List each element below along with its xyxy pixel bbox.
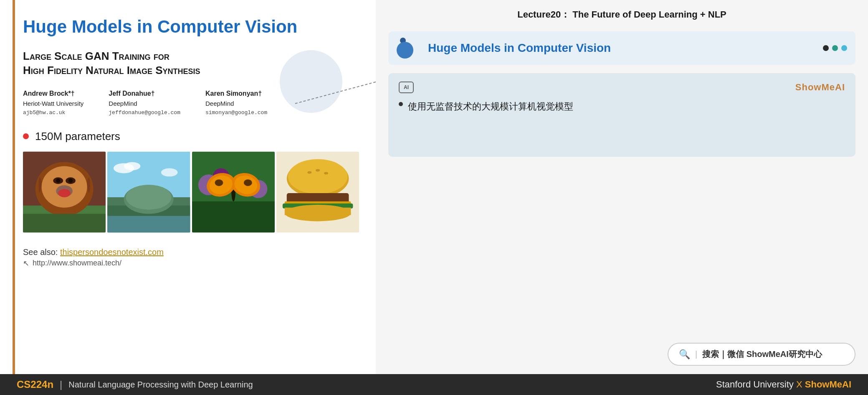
author-affiliation-2: DeepMind xyxy=(109,99,180,109)
dot-teal xyxy=(832,45,838,51)
right-panel: Lecture20： The Future of Deep Learning +… xyxy=(376,0,868,374)
lecture-title: Lecture20： The Future of Deep Learning +… xyxy=(388,8,855,21)
search-bar[interactable]: 🔍 | 搜索｜微信 ShowMeAI研究中心 xyxy=(668,343,855,366)
author-affiliation-3: DeepMind xyxy=(205,99,267,109)
paper-title-line2: High Fidelity Natural Image Synthesis xyxy=(23,64,200,76)
dot-blue xyxy=(841,45,847,51)
showmeai-footer-text: ShowMeAI xyxy=(805,379,851,390)
svg-point-6 xyxy=(56,178,60,183)
slide-header-card: Huge Models in Computer Vision xyxy=(388,31,855,65)
cursor-icon: ↖ xyxy=(23,259,29,268)
svg-point-18 xyxy=(161,168,178,176)
see-also-section: See also: thispersondoesnotexist.com xyxy=(23,247,359,257)
svg-point-31 xyxy=(243,179,252,186)
paper-title-line1: Large Scale GAN Training for xyxy=(23,50,170,62)
image-burger xyxy=(276,151,359,233)
svg-point-17 xyxy=(124,162,141,171)
note-brand: ShowMeAI xyxy=(795,82,845,93)
search-text: 搜索｜微信 ShowMeAI研究中心 xyxy=(702,349,822,360)
svg-point-37 xyxy=(324,172,328,174)
note-bullet-text: 使用无监督技术的大规模计算机视觉模型 xyxy=(408,99,573,113)
svg-point-30 xyxy=(215,179,223,186)
bullet-params-text: 150M parameters xyxy=(35,130,120,143)
image-landscape xyxy=(107,151,190,233)
slide-icon-group xyxy=(397,38,422,59)
see-also-link[interactable]: thispersondoesnotexist.com xyxy=(60,247,164,257)
bottom-separator: | xyxy=(60,379,62,390)
author-affiliation-1: Heriot-Watt University xyxy=(23,99,84,109)
author-name-2: Jeff Donahue† xyxy=(109,88,180,99)
svg-point-36 xyxy=(316,169,320,171)
red-bullet-dot xyxy=(23,133,29,139)
search-divider: | xyxy=(695,349,697,359)
svg-point-35 xyxy=(307,171,311,173)
author-block-1: Andrew Brock*† Heriot-Watt University aj… xyxy=(23,88,84,117)
ai-icon: AI xyxy=(399,82,414,93)
svg-point-7 xyxy=(68,178,73,183)
note-bullet-dot xyxy=(399,102,403,106)
svg-rect-42 xyxy=(285,208,351,215)
svg-rect-19 xyxy=(107,216,190,232)
author-email-3: simonyan@google.com xyxy=(205,109,267,117)
slide-title: Huge Models in Computer Vision xyxy=(23,17,359,37)
bottom-bar: CS224n | Natural Language Processing wit… xyxy=(0,374,868,395)
author-block-3: Karen Simonyan† DeepMind simonyan@google… xyxy=(205,88,267,117)
images-row xyxy=(23,151,359,233)
svg-rect-10 xyxy=(23,214,106,233)
author-name-3: Karen Simonyan† xyxy=(205,88,267,99)
author-email-2: jeffdonahue@google.com xyxy=(109,109,180,117)
bottom-left: CS224n | Natural Language Processing wit… xyxy=(17,379,253,390)
see-also-label: See also: xyxy=(23,247,58,257)
see-also-url-text: http://www.showmeai.tech/ xyxy=(33,259,121,268)
dots-row xyxy=(823,45,847,51)
stanford-text: Stanford University xyxy=(716,379,794,390)
author-block-2: Jeff Donahue† DeepMind jeffdonahue@googl… xyxy=(109,88,180,117)
slide-panel: Huge Models in Computer Vision Large Sca… xyxy=(0,0,376,374)
note-card-header: AI ShowMeAI xyxy=(399,82,845,93)
svg-rect-21 xyxy=(192,201,275,232)
cs224n-label: CS224n xyxy=(17,379,53,390)
note-card: AI ShowMeAI 使用无监督技术的大规模计算机视觉模型 xyxy=(388,73,855,157)
decorative-circle xyxy=(280,50,342,113)
see-also-url-row: ↖ http://www.showmeai.tech/ xyxy=(23,259,359,268)
author-email-1: ajb5@hw.ac.uk xyxy=(23,109,84,117)
icon-circle-big xyxy=(397,42,413,59)
svg-point-15 xyxy=(126,185,172,209)
bottom-right: Stanford University X ShowMeAI xyxy=(716,379,851,390)
image-butterfly xyxy=(192,151,275,233)
x-text: X xyxy=(796,379,802,390)
author-name-1: Andrew Brock*† xyxy=(23,88,84,99)
bullet-params: 150M parameters xyxy=(23,130,359,143)
main-container: Huge Models in Computer Vision Large Sca… xyxy=(0,0,868,374)
spacer xyxy=(388,165,855,334)
svg-point-34 xyxy=(288,159,348,194)
bottom-description: Natural Language Processing with Deep Le… xyxy=(68,380,253,390)
slide-border-decoration xyxy=(13,0,15,374)
note-bullet-item: 使用无监督技术的大规模计算机视觉模型 xyxy=(399,99,845,113)
dot-dark xyxy=(823,45,829,51)
search-icon: 🔍 xyxy=(679,349,690,360)
image-dog xyxy=(23,151,106,233)
slide-header-title: Huge Models in Computer Vision xyxy=(428,41,611,55)
svg-point-9 xyxy=(58,189,71,197)
